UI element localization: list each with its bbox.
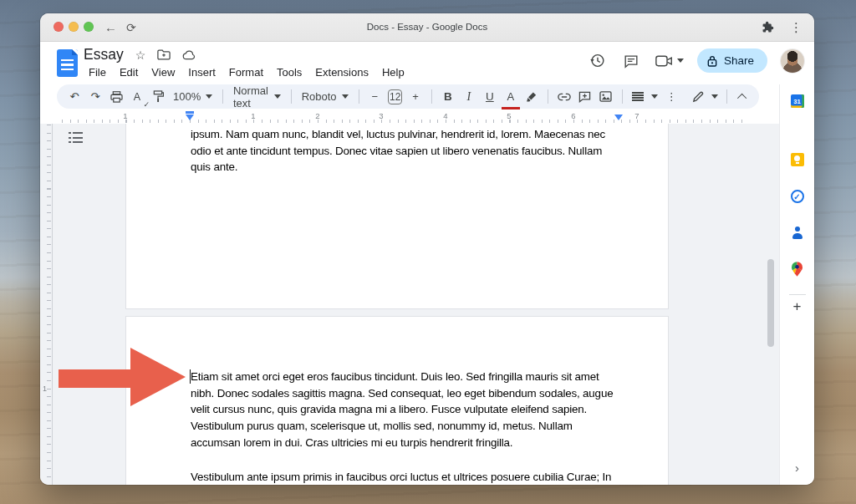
chevron-down-icon (274, 94, 281, 99)
version-history-icon[interactable] (588, 51, 608, 71)
chevron-down-icon (206, 94, 212, 99)
text-line: velit cursus nunc, quis gravida magna mi… (191, 401, 634, 418)
document-canvas[interactable]: 1 ipsum. Nam quam nunc, blandit vel, luc… (40, 124, 779, 485)
align-select[interactable] (630, 88, 645, 106)
browser-menu-icon[interactable]: ⋮ (790, 19, 802, 36)
chevron-down-icon[interactable] (651, 94, 658, 99)
menu-item[interactable]: Tools (270, 64, 308, 80)
paragraph-style-select[interactable]: Normal text (232, 84, 283, 109)
ruler-number: 1 (123, 111, 127, 120)
increase-font-size-button[interactable]: + (408, 88, 423, 106)
document-outline-icon[interactable] (69, 132, 83, 144)
first-line-indent-marker[interactable] (186, 111, 194, 114)
print-icon[interactable] (109, 88, 124, 106)
ruler-number: 7 (634, 111, 639, 120)
menu-bar: FileEditViewInsertFormatToolsExtensionsH… (82, 64, 411, 80)
hide-menus-button[interactable] (736, 88, 751, 106)
ruler-number: 4 (443, 111, 447, 120)
docs-header: Essay ☆ FileEditViewInsertFormatToolsExt… (40, 42, 814, 84)
zoom-select[interactable]: 100% (171, 90, 214, 103)
redo-icon[interactable]: ↷ (88, 88, 103, 106)
extensions-puzzle-icon[interactable] (761, 21, 775, 35)
editing-mode-pen-icon[interactable] (690, 88, 706, 106)
text-line: Etiam sit amet orci eget eros faucibus t… (191, 369, 634, 385)
ruler-number: 5 (507, 111, 511, 120)
collapse-side-panel-icon[interactable]: › (795, 461, 799, 475)
left-indent-marker[interactable] (186, 115, 194, 120)
workspace-side-panel: 31 ✓ + › (779, 84, 814, 485)
text-line: nibh. Donec sodales sagittis magna. Sed … (191, 385, 634, 402)
menu-item[interactable]: Extensions (308, 64, 375, 80)
text-line: accumsan lorem in dui. Cras ultricies mi… (191, 435, 634, 451)
comments-icon[interactable] (621, 51, 641, 71)
google-docs-logo-icon[interactable] (57, 49, 78, 77)
insert-image-icon[interactable] (599, 88, 614, 106)
google-keep-icon[interactable] (791, 153, 804, 166)
chevron-up-icon (737, 93, 746, 102)
chevron-down-icon[interactable] (677, 59, 684, 63)
chevron-down-icon (342, 94, 349, 99)
menu-item[interactable]: View (145, 64, 181, 80)
menu-item[interactable]: Edit (113, 64, 145, 80)
ruler-number: 3 (379, 111, 383, 120)
paragraph: Etiam sit amet orci eget eros faucibus t… (191, 369, 634, 451)
ruler-number: 6 (571, 111, 575, 120)
google-calendar-icon[interactable]: 31 (791, 94, 804, 108)
paragraph: ipsum. Nam quam nunc, blandit vel, luctu… (191, 126, 634, 176)
text-line: quis ante. (191, 159, 634, 176)
more-options-icon[interactable]: ⋮ (664, 88, 679, 106)
undo-icon[interactable]: ↶ (67, 88, 82, 106)
spell-check-icon[interactable]: A✓ (130, 88, 145, 106)
vertical-ruler (52, 124, 53, 485)
video-camera-icon[interactable] (655, 51, 675, 71)
text-line: Vestibulum purus quam, scelerisque ut, m… (191, 418, 634, 435)
menu-item[interactable]: Format (222, 64, 270, 80)
browser-titlebar: ← ⟳ Docs - Essay - Google Docs ⋮ (40, 13, 814, 42)
bold-button[interactable]: B (441, 88, 456, 106)
document-page-1[interactable]: ipsum. Nam quam nunc, blandit vel, luctu… (125, 124, 669, 309)
text-color-button[interactable]: A (503, 88, 518, 106)
join-call-control[interactable] (655, 51, 684, 71)
vertical-scrollbar[interactable] (767, 259, 774, 347)
underline-button[interactable]: U (482, 88, 497, 106)
align-left-icon (632, 92, 644, 101)
tab-title: Docs - Essay - Google Docs (40, 22, 814, 32)
menu-item[interactable]: Help (375, 64, 411, 80)
text-line: odio et ante tincidunt tempus. Donec vit… (191, 143, 634, 160)
document-title[interactable]: Essay (84, 46, 124, 64)
document-page-2[interactable]: Etiam sit amet orci eget eros faucibus t… (125, 316, 669, 485)
ruler-number: 1 (251, 111, 255, 120)
paint-format-icon[interactable] (150, 88, 166, 106)
formatting-toolbar: ↶ ↷ A✓ 100% Normal text Roboto − 12 + B … (57, 84, 759, 109)
document-status-cloud-icon[interactable] (182, 50, 196, 60)
share-button[interactable]: Share (697, 48, 767, 73)
highlight-color-icon[interactable] (524, 88, 539, 106)
browser-window: ← ⟳ Docs - Essay - Google Docs ⋮ Essay ☆… (40, 13, 814, 485)
account-avatar[interactable] (781, 49, 804, 73)
text-line: Vestibulum ante ipsum primis in faucibus… (191, 469, 634, 485)
chevron-down-icon[interactable] (711, 94, 718, 99)
google-tasks-icon[interactable]: ✓ (791, 190, 804, 203)
annotation-arrow (59, 348, 187, 406)
paragraph: Vestibulum ante ipsum primis in faucibus… (191, 469, 634, 485)
star-icon[interactable]: ☆ (135, 48, 146, 63)
ruler-number: 2 (315, 111, 319, 120)
google-contacts-icon[interactable] (791, 226, 804, 239)
font-size-input[interactable]: 12 (388, 89, 402, 104)
add-comment-icon[interactable] (578, 88, 593, 106)
menu-item[interactable]: Insert (181, 64, 222, 80)
insert-link-icon[interactable] (557, 88, 572, 106)
right-indent-marker[interactable] (614, 115, 623, 120)
decrease-font-size-button[interactable]: − (367, 88, 382, 106)
horizontal-ruler[interactable]: 11234567 (40, 111, 779, 124)
menu-item[interactable]: File (82, 64, 113, 80)
font-family-select[interactable]: Roboto (300, 90, 350, 103)
side-panel-divider (789, 294, 806, 295)
text-line: ipsum. Nam quam nunc, blandit vel, luctu… (191, 126, 634, 143)
get-add-ons-icon[interactable]: + (793, 298, 802, 315)
italic-button[interactable]: I (461, 88, 476, 106)
move-folder-icon[interactable] (157, 49, 171, 60)
share-button-label: Share (724, 54, 754, 67)
google-maps-icon[interactable] (790, 262, 805, 277)
vertical-ruler-number: 1 (43, 384, 47, 393)
